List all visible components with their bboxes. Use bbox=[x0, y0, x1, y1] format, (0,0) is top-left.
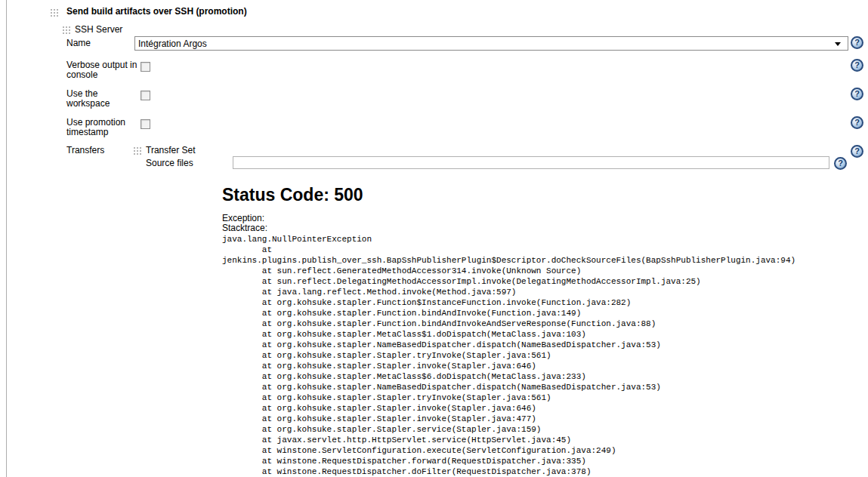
promotion-timestamp-label: Use promotion timestamp bbox=[66, 118, 141, 137]
drag-handle-icon[interactable] bbox=[133, 146, 143, 155]
dropdown-arrow-icon bbox=[835, 42, 841, 46]
source-files-label: Source files bbox=[146, 158, 193, 168]
transfers-label: Transfers bbox=[66, 146, 104, 155]
name-label: Name bbox=[66, 38, 91, 48]
verbose-output-checkbox[interactable] bbox=[141, 62, 150, 72]
section-title: Send build artifacts over SSH (promotion… bbox=[66, 7, 247, 17]
use-workspace-checkbox[interactable] bbox=[141, 91, 150, 100]
transfer-set-label: Transfer Set bbox=[146, 146, 196, 155]
drag-handle-icon[interactable] bbox=[50, 8, 60, 17]
help-icon[interactable]: ? bbox=[851, 116, 863, 129]
source-files-input[interactable] bbox=[233, 156, 829, 169]
ssh-server-name-selected-value: Intégration Argos bbox=[138, 38, 207, 49]
help-icon[interactable]: ? bbox=[851, 88, 863, 100]
left-divider bbox=[6, 0, 7, 477]
drag-handle-icon[interactable] bbox=[62, 25, 72, 35]
help-icon[interactable]: ? bbox=[834, 157, 847, 170]
stacktrace-label: Stacktrace: bbox=[222, 223, 267, 234]
status-code-heading: Status Code: 500 bbox=[222, 185, 363, 205]
ssh-server-section-label: SSH Server bbox=[75, 25, 122, 35]
help-icon[interactable]: ? bbox=[851, 145, 863, 158]
stacktrace-text: java.lang.NullPointerException at jenkin… bbox=[222, 234, 795, 477]
help-icon[interactable]: ? bbox=[851, 59, 863, 72]
ssh-server-name-select[interactable]: Intégration Argos bbox=[134, 36, 848, 51]
verbose-output-label: Verbose output in console bbox=[66, 60, 141, 80]
use-workspace-label: Use the workspace bbox=[66, 89, 141, 109]
help-icon[interactable]: ? bbox=[851, 36, 863, 49]
promotion-timestamp-checkbox[interactable] bbox=[141, 119, 150, 129]
jenkins-form-page: Send build artifacts over SSH (promotion… bbox=[0, 0, 868, 477]
